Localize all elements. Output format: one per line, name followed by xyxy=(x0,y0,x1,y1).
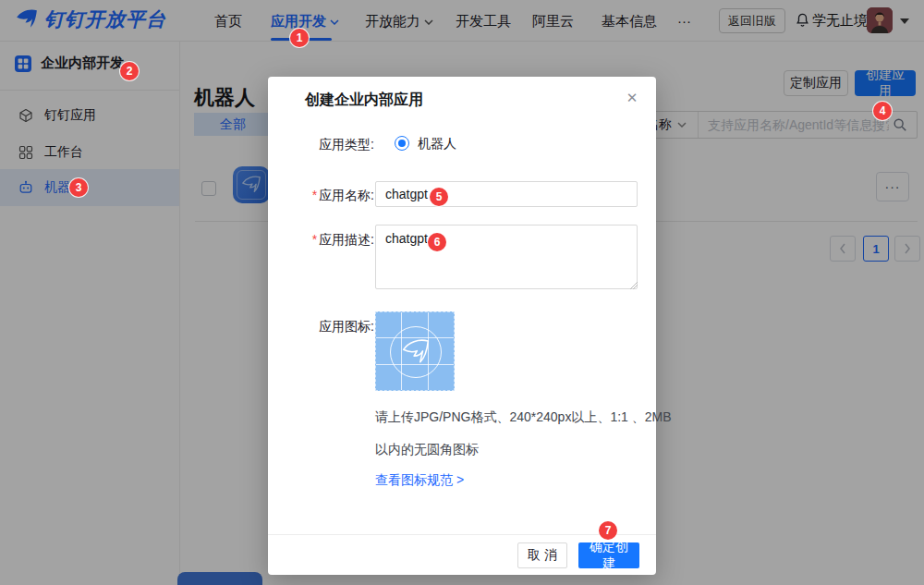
modal-title: 创建企业内部应用 xyxy=(305,91,423,110)
icon-hint-line2: 以内的无圆角图标 xyxy=(375,442,479,458)
annotation-badge-3: 3 xyxy=(69,178,88,197)
app-type-radio-robot[interactable] xyxy=(395,136,409,151)
annotation-badge-6: 6 xyxy=(428,233,446,251)
cancel-button[interactable]: 取 消 xyxy=(517,542,567,568)
app-type-label: 应用类型: xyxy=(304,137,374,153)
app-desc-label: *应用描述: xyxy=(304,232,374,249)
required-mark: * xyxy=(312,232,317,247)
annotation-badge-4: 4 xyxy=(873,102,892,120)
dingtalk-wing-icon xyxy=(401,337,431,367)
app-name-input[interactable] xyxy=(375,181,638,207)
app-root: 钉钉开放平台 首页 应用开发 开放能力 开发工具 阿里云 基本信息 ··· 返回… xyxy=(0,0,924,585)
close-icon[interactable]: ✕ xyxy=(623,89,641,107)
app-name-label: *应用名称: xyxy=(304,188,374,204)
app-icon-upload[interactable] xyxy=(375,311,455,391)
app-type-value: 机器人 xyxy=(418,136,456,152)
app-desc-textarea[interactable]: chatgpt xyxy=(375,225,638,289)
textarea-resize-handle[interactable] xyxy=(630,282,638,289)
annotation-badge-5: 5 xyxy=(430,188,448,206)
icon-hint-line1: 请上传JPG/PNG格式、240*240px以上、1:1 、2MB xyxy=(375,409,672,426)
app-icon-label: 应用图标: xyxy=(304,319,374,335)
confirm-create-button[interactable]: 确定创建 xyxy=(578,542,639,568)
icon-safe-area-circle xyxy=(390,326,442,378)
icon-spec-link[interactable]: 查看图标规范 > xyxy=(375,472,464,489)
modal-footer: 取 消 确定创建 xyxy=(268,534,656,575)
app-desc-label-text: 应用描述: xyxy=(319,232,374,247)
annotation-badge-7: 7 xyxy=(599,521,617,540)
annotation-badge-2: 2 xyxy=(120,62,139,80)
annotation-badge-1: 1 xyxy=(290,29,309,47)
app-name-label-text: 应用名称: xyxy=(319,188,374,202)
create-app-modal: 创建企业内部应用 ✕ 应用类型: 机器人 *应用名称: *应用描述: chatg… xyxy=(268,77,656,575)
required-mark: * xyxy=(312,188,317,202)
